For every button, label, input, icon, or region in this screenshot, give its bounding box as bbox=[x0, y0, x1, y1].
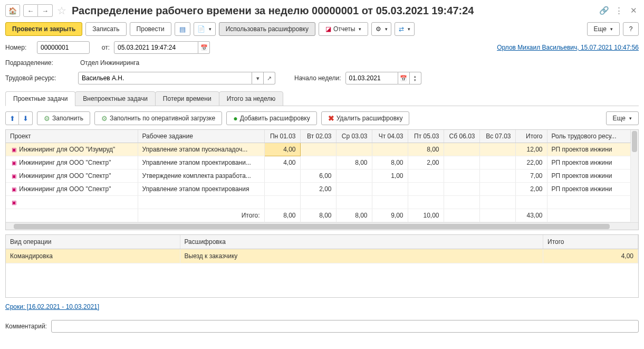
footer-wed: 8,00 bbox=[336, 209, 372, 222]
decode-op: Командировка bbox=[6, 249, 180, 263]
grid-more-label: Еще bbox=[613, 115, 626, 122]
footer-mon: 8,00 bbox=[264, 209, 300, 222]
close-icon[interactable]: ✕ bbox=[628, 6, 639, 15]
decode-total: 4,00 bbox=[543, 249, 638, 263]
grid-more-button[interactable]: Еще▾ bbox=[606, 111, 639, 125]
export-icon-button[interactable]: ⇄▾ bbox=[395, 22, 415, 36]
col-project[interactable]: Проект bbox=[6, 130, 138, 143]
resource-label: Трудовой ресурс: bbox=[5, 74, 74, 82]
back-button[interactable]: ← bbox=[23, 4, 38, 17]
table-row-empty[interactable]: ▣ bbox=[6, 196, 631, 209]
tab-time-losses[interactable]: Потери времени bbox=[155, 91, 219, 106]
department-label: Подразделение: bbox=[5, 59, 74, 67]
doc-row-icon: ▣ bbox=[10, 173, 17, 179]
tab-week-total[interactable]: Итого за неделю bbox=[219, 91, 284, 106]
date-input[interactable] bbox=[114, 41, 198, 54]
decode-row[interactable]: Командировка Выезд к заказчику 4,00 bbox=[6, 249, 638, 263]
save-button[interactable]: Записать bbox=[85, 22, 126, 36]
reports-button[interactable]: ◪Отчеты▾ bbox=[319, 22, 368, 36]
link-icon[interactable]: 🔗 bbox=[599, 6, 609, 15]
create-based-on-button[interactable]: 📄▾ bbox=[194, 22, 216, 36]
number-label: Номер: bbox=[5, 44, 33, 51]
delete-decode-button[interactable]: ✖Удалить расшифровку bbox=[321, 111, 410, 125]
footer-total: 43,00 bbox=[515, 209, 547, 222]
horizontal-scrollbar[interactable] bbox=[6, 222, 638, 230]
calendar-icon[interactable]: 📅 bbox=[398, 72, 410, 84]
comment-label: Комментарий: bbox=[5, 323, 47, 330]
move-down-button[interactable]: ⬇ bbox=[19, 111, 33, 125]
add-decode-button[interactable]: ●Добавить расшифровку bbox=[226, 111, 317, 125]
tasks-grid[interactable]: Проект Рабочее задание Пн 01.03 Вт 02.03… bbox=[6, 130, 631, 222]
tab-nonproject-tasks[interactable]: Внепроектные задачи bbox=[75, 91, 156, 106]
tab-project-tasks[interactable]: Проектные задачи bbox=[5, 91, 75, 106]
home-button[interactable]: 🏠 bbox=[5, 4, 20, 17]
spinner-icon[interactable]: ▴▾ bbox=[410, 72, 421, 84]
col-task[interactable]: Рабочее задание bbox=[138, 130, 264, 143]
resource-input[interactable] bbox=[78, 72, 252, 84]
use-decode-button[interactable]: Использовать расшифровку bbox=[219, 22, 315, 36]
window-title: Распределение рабочего времени за неделю… bbox=[71, 5, 595, 17]
week-start-input[interactable] bbox=[345, 72, 398, 84]
number-input[interactable] bbox=[37, 41, 90, 54]
col-fri[interactable]: Пт 05.03 bbox=[408, 130, 444, 143]
post-and-close-button[interactable]: Провести и закрыть bbox=[5, 22, 82, 36]
footer-thu: 9,00 bbox=[372, 209, 408, 222]
chevron-down-icon[interactable]: ▾ bbox=[252, 72, 264, 84]
doc-row-icon: ▣ bbox=[10, 147, 17, 153]
fill-button[interactable]: ⚙Заполнить bbox=[37, 111, 90, 125]
reports-label: Отчеты bbox=[333, 25, 355, 33]
fill-label: Заполнить bbox=[52, 115, 83, 122]
add-decode-label: Добавить расшифровку bbox=[240, 115, 310, 122]
decode-desc: Выезд к заказчику bbox=[180, 249, 543, 263]
col-tue[interactable]: Вт 02.03 bbox=[300, 130, 336, 143]
department-value: Отдел Инжиниринга bbox=[78, 59, 141, 67]
dcol-total[interactable]: Итого bbox=[543, 235, 638, 249]
vertical-scrollbar[interactable] bbox=[631, 130, 638, 222]
col-wed[interactable]: Ср 03.03 bbox=[336, 130, 372, 143]
document-list-icon[interactable]: ▤ bbox=[175, 22, 190, 36]
footer-tue: 8,00 bbox=[300, 209, 336, 222]
open-ref-icon[interactable]: ↗ bbox=[264, 72, 275, 84]
forward-button[interactable]: → bbox=[38, 4, 53, 17]
doc-row-icon: ▣ bbox=[10, 160, 17, 166]
tab-bar: Проектные задачи Внепроектные задачи Пот… bbox=[5, 91, 639, 106]
terms-link[interactable]: Сроки: [16.02.2021 - 10.03.2021] bbox=[5, 303, 639, 310]
decode-grid[interactable]: Вид операции Расшифровка Итого Командиро… bbox=[6, 235, 638, 263]
col-sat[interactable]: Сб 06.03 bbox=[444, 130, 479, 143]
fill-by-load-label: Заполнить по оперативной загрузке bbox=[110, 115, 215, 122]
calendar-icon[interactable]: 📅 bbox=[198, 41, 210, 54]
dcol-operation[interactable]: Вид операции bbox=[6, 235, 180, 249]
favorite-star-icon[interactable]: ☆ bbox=[56, 5, 68, 16]
table-row[interactable]: ▣ Инжиниринг для ООО "Спектр"Управление … bbox=[6, 183, 631, 196]
move-up-button[interactable]: ⬆ bbox=[5, 111, 19, 125]
col-role[interactable]: Роль трудового ресу... bbox=[547, 130, 631, 143]
author-link[interactable]: Орлов Михаил Васильевич, 15.07.2021 10:4… bbox=[497, 44, 639, 51]
dcol-decode[interactable]: Расшифровка bbox=[180, 235, 543, 249]
from-label: от: bbox=[94, 44, 110, 51]
more-button[interactable]: Еще▾ bbox=[587, 22, 620, 36]
footer-sun bbox=[479, 209, 515, 222]
doc-row-icon: ▣ bbox=[10, 186, 17, 192]
more-label: Еще bbox=[594, 25, 607, 33]
comment-input[interactable] bbox=[51, 320, 639, 333]
col-total[interactable]: Итого bbox=[515, 130, 547, 143]
help-button[interactable]: ? bbox=[623, 22, 639, 36]
post-button[interactable]: Провести bbox=[130, 22, 171, 36]
table-row[interactable]: ▣ Инжиниринг для ООО "Спектр"Управление … bbox=[6, 156, 631, 169]
col-thu[interactable]: Чт 04.03 bbox=[372, 130, 408, 143]
settings-icon-button[interactable]: ⚙▾ bbox=[371, 22, 391, 36]
week-start-label: Начало недели: bbox=[294, 74, 341, 82]
footer-sat bbox=[444, 209, 479, 222]
table-row[interactable]: ▣ Инжиниринг для ООО "Спектр"Утверждение… bbox=[6, 169, 631, 183]
del-decode-label: Удалить расшифровку bbox=[337, 115, 403, 122]
col-mon[interactable]: Пн 01.03 bbox=[264, 130, 300, 143]
footer-fri: 10,00 bbox=[408, 209, 444, 222]
table-row[interactable]: ▣ Инжиниринг для ООО "Изумруд"Управление… bbox=[6, 143, 631, 156]
col-sun[interactable]: Вс 07.03 bbox=[479, 130, 515, 143]
fill-by-load-button[interactable]: ⚙Заполнить по оперативной загрузке bbox=[94, 111, 222, 125]
footer-label: Итого: bbox=[138, 209, 264, 222]
kebab-menu-icon[interactable]: ⋮ bbox=[613, 6, 624, 15]
